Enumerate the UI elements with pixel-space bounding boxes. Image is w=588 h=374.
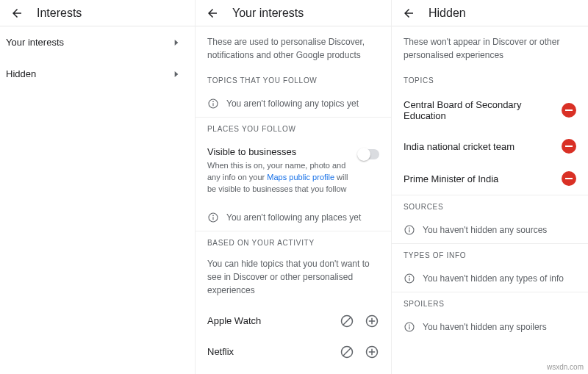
section-types: TYPES OF INFO: [392, 244, 588, 265]
activity-list: Apple WatchNetflixOnePlusCompanyZoom Vid…: [196, 306, 391, 374]
chevron-right-icon: [171, 37, 182, 48]
svg-point-34: [409, 325, 409, 326]
info-icon: [404, 321, 415, 333]
empty-text: You haven't hidden any sources: [423, 225, 547, 235]
activity-row: OnePlusCompany: [196, 367, 391, 374]
sources-empty-row: You haven't hidden any sources: [392, 217, 588, 243]
add-icon[interactable]: [365, 314, 379, 328]
intro-text: These are used to personalise Discover, …: [196, 26, 391, 69]
empty-text: You aren't following any topics yet: [226, 98, 359, 109]
nav-list: Your interests Hidden: [0, 26, 195, 90]
hidden-topics-list: Central Board of Secondary EducationIndi…: [392, 90, 588, 195]
places-empty-row: You aren't following any places yet: [196, 204, 391, 231]
remove-icon[interactable]: [562, 171, 576, 186]
svg-line-12: [343, 348, 351, 356]
places-desc: When this is on, your name, photo and an…: [207, 160, 379, 195]
hidden-topic-name: Prime Minister of India: [404, 173, 562, 184]
empty-text: You aren't following any places yet: [226, 212, 361, 223]
activity-desc: You can hide topics that you don't want …: [196, 253, 391, 306]
chevron-right-icon: [171, 69, 182, 79]
header: Hidden: [392, 0, 588, 26]
places-title: Visible to businesses: [207, 146, 379, 157]
nav-label: Hidden: [6, 68, 36, 79]
header: Your interests: [196, 0, 391, 26]
hide-icon[interactable]: [340, 314, 354, 328]
remove-icon[interactable]: [562, 139, 576, 154]
hidden-topic-row: Prime Minister of India: [392, 162, 588, 195]
page-title: Your interests: [232, 7, 304, 20]
panel-hidden: Hidden These won't appear in Discover or…: [392, 0, 588, 374]
topics-empty-row: You aren't following any topics yet: [196, 90, 391, 117]
empty-text: You haven't hidden any spoilers: [423, 322, 547, 332]
hidden-topic-name: India national cricket team: [404, 141, 562, 152]
info-icon: [207, 212, 219, 223]
hidden-topic-row: Central Board of Secondary Education: [392, 90, 588, 130]
section-sources: SOURCES: [392, 195, 588, 217]
section-topics-follow: TOPICS THAT YOU FOLLOW: [196, 69, 391, 90]
visible-to-businesses: Visible to businesses When this is on, y…: [196, 139, 391, 204]
section-places-follow: PLACES YOU FOLLOW: [196, 118, 391, 139]
svg-line-7: [343, 317, 351, 325]
svg-point-28: [409, 228, 409, 229]
info-icon: [207, 98, 219, 109]
activity-row: Apple Watch: [196, 306, 391, 337]
section-activity: BASED ON YOUR ACTIVITY: [196, 231, 391, 253]
hidden-topic-name: Central Board of Secondary Education: [404, 99, 562, 121]
svg-point-5: [212, 215, 213, 216]
maps-profile-link[interactable]: Maps public profile: [267, 173, 334, 181]
page-title: Hidden: [429, 7, 466, 20]
back-arrow-icon[interactable]: [206, 7, 219, 20]
info-icon: [404, 224, 415, 236]
header: Interests: [0, 0, 195, 26]
hidden-topic-row: India national cricket team: [392, 130, 588, 162]
intro-text: These won't appear in Discover or other …: [392, 26, 588, 69]
info-icon: [404, 273, 415, 284]
activity-row: Netflix: [196, 337, 391, 367]
back-arrow-icon[interactable]: [10, 7, 24, 20]
nav-label: Your interests: [6, 37, 64, 48]
hide-icon[interactable]: [340, 345, 354, 359]
svg-point-31: [409, 276, 409, 277]
section-spoilers: SPOILERS: [392, 292, 588, 314]
remove-icon[interactable]: [562, 103, 576, 118]
panel-your-interests: Your interests These are used to persona…: [196, 0, 392, 374]
add-icon[interactable]: [365, 345, 379, 359]
svg-point-2: [212, 101, 213, 102]
empty-text: You haven't hidden any types of info: [423, 273, 564, 284]
activity-name: Netflix: [207, 346, 234, 357]
spoilers-empty-row: You haven't hidden any spoilers: [392, 314, 588, 340]
types-empty-row: You haven't hidden any types of info: [392, 265, 588, 292]
panel-interests: Interests Your interests Hidden: [0, 0, 196, 374]
nav-hidden[interactable]: Hidden: [0, 58, 195, 90]
activity-name: Apple Watch: [207, 315, 261, 326]
section-topics: TOPICS: [392, 69, 588, 90]
back-arrow-icon[interactable]: [402, 7, 415, 20]
watermark: wsxdn.com: [547, 363, 584, 371]
visible-toggle[interactable]: [359, 149, 379, 159]
nav-your-interests[interactable]: Your interests: [0, 26, 195, 58]
page-title: Interests: [37, 7, 82, 20]
